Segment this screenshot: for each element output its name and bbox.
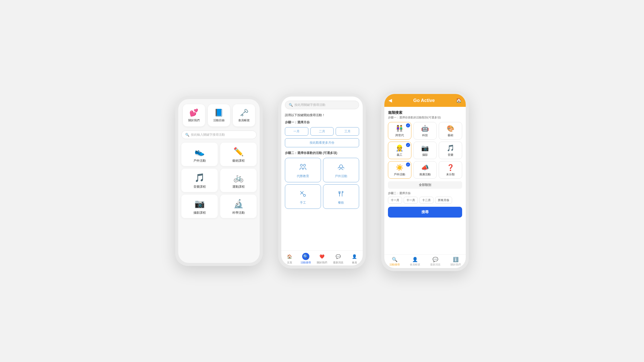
sun-icon: ☀️ bbox=[396, 164, 403, 171]
main-scene: 💕 關於我們 📘 活動目錄 🗝️ 會員帳號 🔍 按此輸入關鍵字搜尋 bbox=[0, 0, 644, 362]
p1-art-label: 藝術課程 bbox=[232, 159, 245, 163]
music-icon: 🎵 bbox=[194, 173, 205, 183]
p3-info-nav-icon: ℹ️ bbox=[453, 257, 459, 262]
chat-nav-icon: 💬 bbox=[335, 253, 342, 260]
p2-step1-label: 步驟一：選擇月份 bbox=[285, 120, 359, 125]
p3-nav-about[interactable]: ℹ️ 關於我們 bbox=[445, 257, 466, 266]
p3-cat-label-4: 攝影 bbox=[422, 153, 428, 157]
p2-nav-member[interactable]: 👤 會員 bbox=[346, 253, 363, 264]
p3-nav-about-label: 關於我們 bbox=[451, 263, 461, 266]
p2-nav-home[interactable]: 🏠 主頁 bbox=[281, 253, 298, 264]
p3-category-grid: ✓ 👫 跨世代 🤖 科技 🎨 藝術 ✓ 👷 bbox=[388, 122, 462, 179]
p3-cat-music[interactable]: 🎵 音樂 bbox=[439, 142, 462, 159]
check-icon-3: ✓ bbox=[406, 143, 410, 147]
p3-cat-promo[interactable]: 📣 推廣活動 bbox=[413, 161, 437, 179]
p2-activity3-label: 手工 bbox=[300, 201, 306, 205]
p2-nav-search[interactable]: 🔍 活動搜尋 bbox=[298, 253, 314, 264]
p3-cat-intergenerational[interactable]: ✓ 👫 跨世代 bbox=[388, 122, 411, 140]
p2-bottom-nav: 🏠 主頁 🔍 活動搜尋 ❤️ 關於我們 💬 最新消息 👤 會員 bbox=[281, 251, 363, 265]
p1-music[interactable]: 🎵 音樂課程 bbox=[181, 169, 218, 192]
phone-3: ◀ Go Active 🏠 進階搜索 步驟一：選擇你喜歡的活動類別(可選多項) … bbox=[381, 91, 469, 271]
p3-search-button[interactable]: 搜尋 bbox=[388, 207, 462, 218]
p3-cat-art[interactable]: 🎨 藝術 bbox=[439, 122, 462, 140]
p3-nav-news-label: 最新消息 bbox=[430, 263, 440, 266]
key-icon: 🗝️ bbox=[240, 108, 249, 117]
p3-nav-search[interactable]: 🔍 活動搜尋 bbox=[384, 257, 405, 266]
p1-science[interactable]: 🔬 科學活動 bbox=[220, 195, 257, 218]
p3-cat-photo[interactable]: 📷 攝影 bbox=[413, 142, 437, 159]
check-icon-0: ✓ bbox=[406, 123, 410, 127]
p3-camera-icon: 📷 bbox=[421, 144, 429, 152]
p1-outdoor-label: 戶外活動 bbox=[193, 159, 206, 163]
p2-activity4-label: 餐飲 bbox=[338, 201, 344, 205]
p1-account-label: 會員帳號 bbox=[238, 118, 250, 122]
p2-craft[interactable]: 手工 bbox=[285, 184, 321, 209]
p1-art[interactable]: ✏️ 藝術課程 bbox=[220, 143, 257, 166]
p3-cat-tech[interactable]: 🤖 科技 bbox=[413, 122, 437, 140]
p3-user-nav-icon: 👤 bbox=[412, 257, 418, 262]
p2-month-buttons: 一月 二月 三月 bbox=[285, 127, 359, 136]
p1-catalog-item[interactable]: 📘 活動目錄 bbox=[208, 104, 230, 126]
p3-section-title: 進階搜索 bbox=[388, 110, 462, 115]
p3-cat-label-2: 藝術 bbox=[448, 133, 453, 137]
p2-activity-grid: 代際教育 戶外活動 bbox=[285, 158, 359, 209]
p3-all-categories-btn[interactable]: 全部類別 bbox=[388, 181, 462, 189]
p1-about-item[interactable]: 💕 關於我們 bbox=[183, 104, 205, 126]
pencil-icon: ✏️ bbox=[233, 147, 244, 157]
p2-more-months-btn[interactable]: 按此觀看更多月份 bbox=[285, 138, 359, 147]
p2-nav-about[interactable]: ❤️ 關於我們 bbox=[314, 253, 330, 264]
p3-month-1[interactable]: 十一月 bbox=[404, 197, 418, 204]
p2-month-feb[interactable]: 二月 bbox=[310, 127, 334, 136]
p2-month-jan[interactable]: 一月 bbox=[285, 127, 308, 136]
question-icon: ❓ bbox=[447, 164, 454, 171]
p3-nav-news[interactable]: 💬 最新消息 bbox=[425, 257, 445, 266]
p2-nav-home-label: 主頁 bbox=[287, 261, 292, 264]
p1-account-item[interactable]: 🗝️ 會員帳號 bbox=[233, 104, 255, 126]
home-icon: 🏠 bbox=[286, 253, 293, 260]
p3-chat-nav-icon: 💬 bbox=[433, 257, 438, 262]
p3-month-all[interactable]: 所有月份 bbox=[435, 197, 452, 204]
bike-icon: 🚲 bbox=[233, 173, 244, 183]
p1-outdoor[interactable]: 👟 戶外活動 bbox=[181, 143, 218, 166]
p1-top-grid: 💕 關於我們 📘 活動目錄 🗝️ 會員帳號 bbox=[181, 104, 257, 126]
palette-icon: 🎨 bbox=[447, 125, 454, 132]
search-icon: 🔍 bbox=[185, 133, 189, 137]
p3-cat-outdoor[interactable]: ✓ ☀️ 戶外活動 bbox=[388, 161, 411, 179]
user-nav-icon: 👤 bbox=[351, 253, 358, 260]
p1-science-label: 科學活動 bbox=[232, 211, 245, 215]
p3-nav-account-label: 會員帳號 bbox=[410, 263, 420, 266]
svg-point-1 bbox=[303, 164, 306, 166]
back-button[interactable]: ◀ bbox=[388, 98, 392, 103]
p2-activity2-label: 戶外活動 bbox=[335, 174, 347, 178]
p3-cat-label-0: 跨世代 bbox=[395, 133, 404, 137]
p3-step1-label: 步驟一：選擇你喜歡的活動類別(可選多項) bbox=[388, 116, 462, 119]
search-nav-icon: 🔍 bbox=[302, 253, 309, 260]
p3-cat-volunteer[interactable]: ✓ 👷 義工 bbox=[388, 142, 411, 159]
p1-search-bar[interactable]: 🔍 按此輸入關鍵字搜尋活動 bbox=[181, 131, 257, 139]
p2-nav-about-label: 關於我們 bbox=[317, 261, 327, 264]
p1-sport[interactable]: 🚲 運動課程 bbox=[220, 169, 257, 192]
p3-cat-misc[interactable]: ❓ 未分類 bbox=[439, 161, 462, 179]
p3-month-0[interactable]: 十一月 bbox=[388, 197, 402, 204]
p3-header: ◀ Go Active 🏠 bbox=[384, 94, 466, 107]
p2-search-bar[interactable]: 🔍 按此用關鍵字搜尋活動 bbox=[285, 101, 359, 109]
p3-month-2[interactable]: 十二月 bbox=[419, 197, 434, 204]
p2-dining[interactable]: 餐飲 bbox=[323, 184, 359, 209]
p1-photo[interactable]: 📷 攝影課程 bbox=[181, 195, 218, 218]
p3-home-button[interactable]: 🏠 bbox=[456, 98, 462, 103]
p2-intergenerational[interactable]: 代際教育 bbox=[285, 158, 321, 182]
camera-icon: 📷 bbox=[194, 199, 205, 209]
p2-month-mar[interactable]: 三月 bbox=[336, 127, 359, 136]
p3-cat-label-8: 未分類 bbox=[446, 173, 455, 176]
megaphone-icon: 📣 bbox=[421, 164, 429, 171]
p3-nav-search-label: 活動搜尋 bbox=[389, 263, 400, 266]
phone-2: 🔍 按此用關鍵字搜尋活動 請用以下按鍵開始搜尋活動！ 步驟一：選擇月份 一月 二… bbox=[278, 93, 366, 269]
p2-search-placeholder: 按此用關鍵字搜尋活動 bbox=[294, 103, 325, 107]
p1-search-placeholder: 按此輸入關鍵字搜尋活動 bbox=[191, 133, 225, 137]
p2-outdoor[interactable]: 戶外活動 bbox=[323, 158, 359, 182]
p1-music-label: 音樂課程 bbox=[193, 185, 206, 189]
svg-point-0 bbox=[300, 164, 302, 166]
p3-music-icon: 🎵 bbox=[447, 144, 454, 152]
p2-nav-news[interactable]: 💬 最新消息 bbox=[330, 253, 346, 264]
p3-nav-account[interactable]: 👤 會員帳號 bbox=[405, 257, 425, 266]
